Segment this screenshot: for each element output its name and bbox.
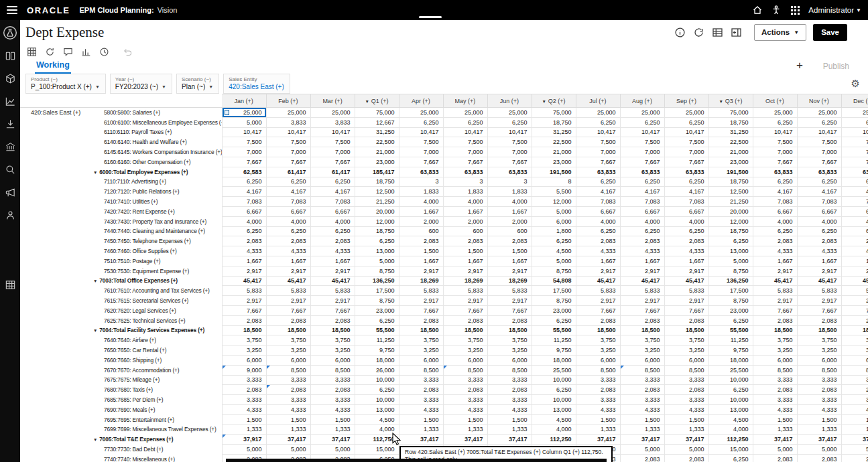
grid-cell[interactable]: 8,750 [708,296,753,306]
collapse-triangle-icon[interactable]: ▼ [93,279,97,283]
grid-cell[interactable]: 2,083 [399,236,443,246]
grid-cell[interactable]: 3,750 [664,335,708,345]
grid-cell[interactable]: 18,750 [708,177,753,187]
info-icon[interactable] [671,23,688,41]
account-row-header[interactable]: 6140:6140: Health and Welfare (+) [88,137,222,147]
grid-cell[interactable]: 4,333 [664,246,708,256]
grid-cell[interactable]: 5,833 [487,286,532,296]
grid-cell[interactable]: 3,250 [620,345,664,356]
grid-cell[interactable]: 2,917 [797,266,841,276]
grid-cell[interactable]: 8,750 [355,266,399,276]
grid-cell[interactable]: 4,333 [222,404,266,414]
grid-cell[interactable]: 4,000 [620,216,664,226]
grid-cell[interactable]: 1,333 [797,425,841,435]
grid-cell[interactable]: 6,250 [620,177,664,187]
grid-cell[interactable]: 2,083 [266,315,310,325]
grid-cell[interactable]: 10,000 [708,375,753,385]
grid-cell[interactable]: 3,250 [753,345,797,356]
grid-cell[interactable]: 1,800 [532,226,576,236]
grid-cell[interactable]: 4,333 [797,246,841,256]
grid-cell[interactable]: 21,000 [355,147,399,157]
grid-cell[interactable]: 12,000 [708,216,753,226]
grid-cell[interactable]: 3,250 [576,345,620,356]
grid-cell[interactable]: 55,500 [355,325,399,335]
column-header[interactable]: Jan (+) [222,94,266,108]
grid-cell[interactable]: 4,167 [664,187,708,197]
grid-cell[interactable]: 1,333 [222,425,266,435]
grid-cell[interactable]: 75,000 [355,108,399,118]
column-header[interactable]: Aug (+) [620,94,664,108]
grid-cell[interactable]: 5,000 [708,256,753,266]
account-row-header[interactable]: 7670:7670: Accommodation (+) [88,365,222,375]
account-row-header[interactable]: ▼6000:Total Employee Expenses (+) [88,167,222,177]
grid-cell[interactable]: 6,250 [708,315,753,325]
grid-cell[interactable]: 7,667 [620,157,664,167]
grid-cell[interactable]: 600 [399,226,443,236]
grid-cell[interactable]: 3,333 [399,375,443,385]
grid-cell[interactable]: 8,500 [443,365,487,375]
grid-cell[interactable]: 2,083 [797,236,841,246]
grid-cell[interactable]: 18,750 [355,177,399,187]
grid-cell[interactable]: 4,333 [797,404,841,414]
grid-cell[interactable]: 7,667 [620,305,664,315]
column-header[interactable]: Jul (+) [576,94,620,108]
grid-cell[interactable]: 6,250 [620,226,664,236]
grid-cell[interactable]: 2,917 [222,266,266,276]
grid-cell[interactable]: 18,500 [753,325,797,335]
grid-cell[interactable]: 3,333 [310,375,355,385]
grid-cell[interactable]: 2,917 [753,296,797,306]
grid-cell[interactable]: 6,000 [753,355,797,365]
grid-cell[interactable]: 1,500 [310,414,355,425]
grid-cell[interactable]: 7,083 [576,197,620,207]
grid-cell[interactable]: 10,417 [576,127,620,137]
grid-cell[interactable]: 7,083 [797,197,841,207]
grid-cell[interactable]: 6,250 [753,117,797,127]
person-icon[interactable] [3,208,17,222]
grid-cell[interactable]: 7,500 [753,137,797,147]
grid-cell[interactable]: 37,417 [487,435,532,445]
grid-cell[interactable]: 191,500 [532,167,576,177]
grid-cell[interactable]: 1,333 [753,425,797,435]
grid-cell[interactable]: 25,000 [620,108,664,118]
grid-cell[interactable]: 7,000 [841,147,868,157]
grid-cell[interactable]: 7,000 [266,147,310,157]
grid-cell[interactable]: 3,333 [576,375,620,385]
grid-cell[interactable]: 6,250 [753,226,797,236]
column-header[interactable]: ▼Q3 (+) [708,94,753,108]
grid-cell[interactable]: 2,083 [399,385,443,395]
grid-cell[interactable]: 10,000 [532,395,576,405]
grid-cell[interactable]: 37,417 [797,435,841,445]
grid-cell[interactable]: 15,000 [708,445,753,455]
grid-cell[interactable]: 23,000 [532,305,576,315]
grid-cell[interactable]: 7,083 [310,197,355,207]
grid-cell[interactable]: 23,000 [355,157,399,167]
grid-cell[interactable]: 7,667 [753,305,797,315]
download-icon[interactable] [3,117,17,131]
grid-cell[interactable]: 3,750 [576,335,620,345]
grid-cell[interactable]: 45,417 [797,276,841,286]
grid-cell[interactable]: 5,833 [222,286,266,296]
grid-cell[interactable]: 5,833 [399,286,443,296]
grid-cell[interactable]: 31,250 [532,127,576,137]
grid-cell[interactable]: 23,000 [708,157,753,167]
grid-cell[interactable]: 10,417 [310,127,355,137]
grid-cell[interactable]: 23,000 [708,305,753,315]
grid-cell[interactable]: 6,250 [532,385,576,395]
grid-cell[interactable]: 3,333 [797,395,841,405]
grid-cell[interactable]: 1,833 [399,187,443,197]
grid-cell[interactable]: 18,500 [222,325,266,335]
panel-icon[interactable] [727,23,745,41]
chart-icon[interactable] [80,46,92,58]
grid-cell[interactable]: 4,167 [620,187,664,197]
pov-year[interactable]: Year (~) FY20:2023 (~)▼ [110,74,172,94]
grid-cell[interactable]: 45,417 [753,276,797,286]
refresh-data-icon[interactable] [44,46,56,58]
grid-cell[interactable]: 3 [443,177,487,187]
grid-cell[interactable]: 136,250 [708,276,753,286]
grid-cell[interactable]: 6,250 [797,117,841,127]
grid-cell[interactable]: 6,250 [841,226,868,236]
grid-cell[interactable]: 8,500 [487,365,532,375]
grid-cell[interactable]: 136,250 [355,276,399,286]
grid-cell[interactable]: 37,417 [620,435,664,445]
grid-cell[interactable]: 3,333 [487,375,532,385]
